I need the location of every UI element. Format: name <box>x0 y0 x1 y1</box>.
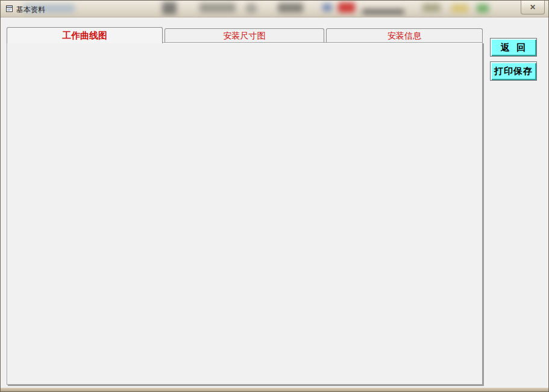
tab-install-info[interactable]: 安装信息 <box>326 28 483 43</box>
app-window: 基本资料 ✕ 工作曲线图 安装尺寸图 安装信息 H(m) η (%) P(kw.… <box>0 0 549 392</box>
titlebar-blur-decor <box>338 2 355 13</box>
titlebar: 基本资料 ✕ <box>1 1 548 17</box>
titlebar-blur-decor <box>245 3 257 14</box>
titlebar-blur-decor <box>278 3 303 13</box>
tab-page <box>7 42 483 385</box>
titlebar-blur-decor <box>477 4 489 13</box>
window-title: 基本资料 <box>16 5 45 15</box>
titlebar-blur-decor <box>451 4 468 13</box>
titlebar-blur-decor <box>322 4 332 11</box>
return-button[interactable]: 返 回 <box>490 38 537 57</box>
tab-working-curve[interactable]: 工作曲线图 <box>7 27 163 43</box>
window-icon <box>5 5 13 13</box>
titlebar-blur-decor <box>199 3 236 13</box>
titlebar-blur-decor <box>162 2 177 14</box>
window-bottom-frame <box>1 388 548 391</box>
titlebar-blur-decor <box>362 9 404 14</box>
print-save-button[interactable]: 打印保存 <box>490 61 537 81</box>
tab-install-dimensions[interactable]: 安装尺寸图 <box>165 28 324 43</box>
close-button[interactable]: ✕ <box>521 1 545 14</box>
titlebar-blur-decor <box>422 4 441 12</box>
